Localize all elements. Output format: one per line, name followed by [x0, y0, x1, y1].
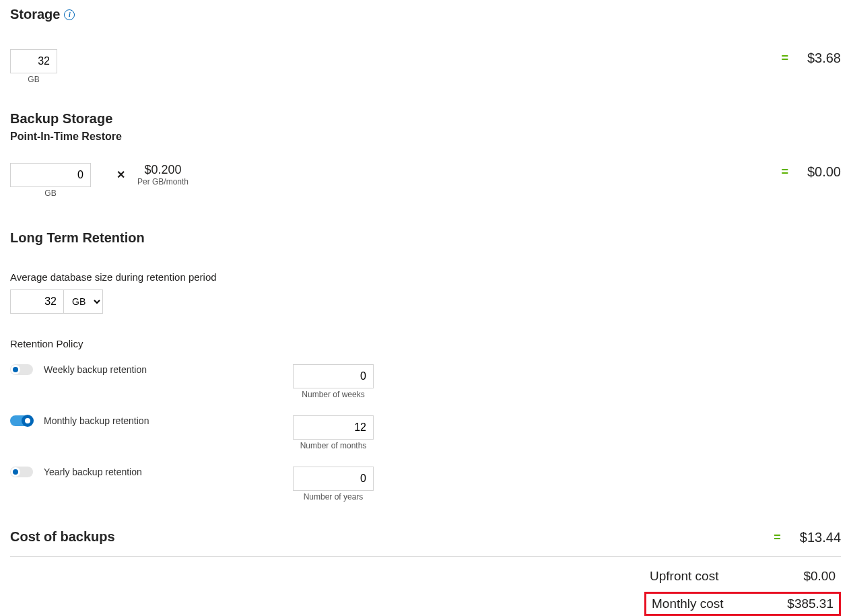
weekly-retention-input[interactable]: [293, 364, 374, 388]
storage-title: Storage: [10, 7, 60, 22]
weekly-retention-sublabel: Number of weeks: [302, 390, 364, 399]
equals-sign: =: [781, 165, 788, 179]
retention-policy-label: Retention Policy: [10, 338, 841, 349]
storage-price: $3.68: [807, 50, 841, 66]
storage-heading: Storage i: [10, 7, 841, 22]
ltr-title: Long Term Retention: [10, 230, 145, 246]
equals-sign: =: [774, 531, 781, 545]
backup-price: $0.00: [807, 164, 841, 180]
equals-sign: =: [781, 51, 788, 65]
pitr-heading: Point-In-Time Restore: [10, 131, 841, 143]
avg-db-size-unit-select[interactable]: GB: [64, 289, 103, 314]
avg-db-size-input[interactable]: [10, 289, 64, 314]
upfront-cost-row: Upfront cost $0.00: [644, 566, 841, 586]
ltr-heading: Long Term Retention: [10, 230, 841, 246]
yearly-retention-input[interactable]: [293, 467, 374, 491]
yearly-retention-label: Yearly backup retention: [44, 467, 142, 477]
monthly-cost-row: Monthly cost $385.31: [644, 592, 841, 616]
cost-backups-title: Cost of backups: [10, 529, 115, 545]
backup-rate: $0.200: [137, 163, 189, 177]
cost-backups-price: $13.44: [800, 530, 841, 545]
weekly-retention-label: Weekly backup retention: [44, 364, 147, 375]
backup-storage-title: Backup Storage: [10, 111, 112, 127]
weekly-retention-toggle[interactable]: [10, 364, 33, 375]
upfront-cost-value: $0.00: [803, 569, 836, 584]
backup-size-input[interactable]: [10, 163, 91, 187]
monthly-retention-label: Monthly backup retention: [44, 415, 149, 426]
backup-storage-heading: Backup Storage: [10, 111, 841, 127]
cost-backups-heading: Cost of backups: [10, 529, 115, 545]
monthly-cost-label: Monthly cost: [652, 596, 724, 611]
multiply-icon: ✕: [116, 168, 125, 193]
yearly-retention-toggle[interactable]: [10, 467, 33, 477]
storage-size-input[interactable]: [10, 49, 57, 73]
backup-unit-label: GB: [44, 189, 56, 198]
monthly-cost-value: $385.31: [787, 596, 833, 611]
yearly-retention-sublabel: Number of years: [304, 492, 364, 502]
monthly-retention-toggle[interactable]: [10, 415, 33, 426]
upfront-cost-label: Upfront cost: [650, 569, 718, 584]
avg-db-size-label: Average database size during retention p…: [10, 271, 841, 283]
monthly-retention-sublabel: Number of months: [300, 441, 367, 450]
monthly-retention-input[interactable]: [293, 415, 374, 440]
storage-unit-label: GB: [28, 75, 39, 84]
info-icon[interactable]: i: [64, 9, 75, 20]
backup-rate-label: Per GB/month: [137, 177, 189, 186]
